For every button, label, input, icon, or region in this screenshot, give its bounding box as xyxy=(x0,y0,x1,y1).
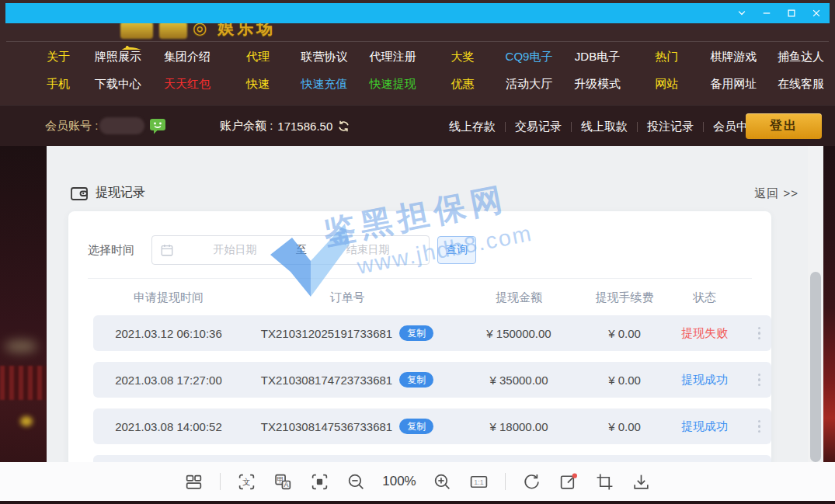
status-badge: 提现失败 xyxy=(662,326,747,341)
svg-text:1:1: 1:1 xyxy=(474,478,483,485)
app-window: ◎ 娱乐场 关于 牌照展示 集团介绍 代理 联营协议 代理注册 大奖 CQ9电子… xyxy=(0,0,835,504)
main-area: 提现记录 返回 >> 选择时间 开始日期 xyxy=(0,146,835,504)
nav-item-agent[interactable]: 代理 xyxy=(224,47,292,66)
link-online-deposit[interactable]: 线上存款 xyxy=(440,120,505,134)
row-menu-icon[interactable] xyxy=(747,327,771,340)
scrollbar-thumb[interactable] xyxy=(810,272,821,462)
page-title: 提现记录 xyxy=(96,185,145,201)
member-account-value-redacted xyxy=(99,117,144,134)
row-menu-icon[interactable] xyxy=(747,374,771,387)
nav-item-agent-signup[interactable]: 代理注册 xyxy=(357,47,429,66)
rotate-icon[interactable] xyxy=(521,471,542,492)
nav-item-hot[interactable]: 热门 xyxy=(633,47,701,66)
start-date-placeholder[interactable]: 开始日期 xyxy=(174,243,296,257)
date-range-separator: 至 xyxy=(296,243,307,257)
cell-order-no: TX210308174723733681 xyxy=(261,374,392,387)
nav-item-board-games[interactable]: 棋牌游戏 xyxy=(701,47,767,66)
nav-item-fast-withdraw[interactable]: 快速提现 xyxy=(357,75,429,93)
refresh-balance-icon[interactable] xyxy=(337,120,350,133)
balance-label: 账户余额 : xyxy=(220,119,273,134)
layout-panels-icon[interactable] xyxy=(183,471,204,492)
col-header-order-no: 订单号 xyxy=(244,290,451,305)
nav-item-website[interactable]: 网站 xyxy=(633,75,701,93)
copy-button[interactable]: 复制 xyxy=(399,419,433,434)
back-link[interactable]: 返回 >> xyxy=(754,186,798,201)
cell-amount: ¥ 18000.00 xyxy=(451,420,587,433)
nav-item-download[interactable]: 下载中心 xyxy=(85,75,151,93)
background-photo-right xyxy=(823,146,835,504)
nav-item-jdb[interactable]: JDB电子 xyxy=(562,47,633,66)
cell-amount: ¥ 35000.00 xyxy=(451,374,587,387)
site-header: ◎ 娱乐场 关于 牌照展示 集团介绍 代理 联营协议 代理注册 大奖 CQ9电子… xyxy=(0,23,835,105)
zoom-level[interactable]: 100% xyxy=(382,474,416,489)
cell-fee: ¥ 0.00 xyxy=(587,327,662,340)
zoom-in-icon[interactable] xyxy=(432,471,453,492)
table-row: 2021.03.08 17:27:00 TX210308174723733681… xyxy=(93,362,771,398)
zoom-out-icon[interactable] xyxy=(346,471,367,492)
calendar-icon xyxy=(160,243,174,257)
brand-logo-glyph xyxy=(120,23,153,39)
logout-button[interactable]: 登出 xyxy=(746,113,822,139)
nav-item-fast-deposit[interactable]: 快速充值 xyxy=(292,75,357,93)
col-header-status: 状态 xyxy=(662,290,747,305)
end-date-placeholder[interactable]: 结束日期 xyxy=(307,243,429,257)
search-button[interactable]: 查询 xyxy=(437,236,476,264)
nav-item-mobile[interactable]: 手机 xyxy=(31,75,85,93)
toolbar-divider xyxy=(505,473,506,490)
link-online-withdraw[interactable]: 线上取款 xyxy=(572,120,637,134)
nav-item-online-service[interactable]: 在线客服 xyxy=(767,75,835,93)
status-badge: 提现成功 xyxy=(662,419,747,434)
nav-item-about[interactable]: 关于 xyxy=(31,47,85,66)
maximize-icon[interactable] xyxy=(785,8,797,19)
window-titlebar xyxy=(5,3,830,23)
nav-row-1: 关于 牌照展示 集团介绍 代理 联营协议 代理注册 大奖 CQ9电子 JDB电子… xyxy=(31,47,835,66)
cell-time: 2021.03.12 06:10:36 xyxy=(93,327,244,340)
cell-time: 2021.03.08 17:27:00 xyxy=(93,374,244,387)
chat-icon[interactable] xyxy=(148,116,167,138)
nav-item-promo[interactable]: 优惠 xyxy=(429,75,496,93)
cell-fee: ¥ 0.00 xyxy=(587,374,662,387)
minimize-icon[interactable] xyxy=(760,8,772,19)
copy-button[interactable]: 复制 xyxy=(399,372,433,388)
background-photo-left xyxy=(0,146,47,504)
link-transactions[interactable]: 交易记录 xyxy=(506,120,571,134)
date-range-input[interactable]: 开始日期 至 结束日期 xyxy=(151,235,430,265)
brand-logo-glyph xyxy=(159,23,187,39)
nav-item-upgrade-mode[interactable]: 升级模式 xyxy=(562,75,633,93)
translate-icon[interactable]: 甲 A xyxy=(273,471,294,492)
copy-button[interactable]: 复制 xyxy=(399,325,433,341)
link-bet-records[interactable]: 投注记录 xyxy=(638,120,703,134)
toolbar-divider xyxy=(220,473,221,490)
actual-size-icon[interactable]: 1:1 xyxy=(468,471,489,492)
row-menu-icon[interactable] xyxy=(747,420,771,433)
table-row: 2021.03.12 06:10:36 TX210312025191733681… xyxy=(93,315,771,351)
col-header-apply-time: 申请提现时间 xyxy=(93,290,244,305)
fit-screen-icon[interactable] xyxy=(309,471,330,492)
table-row: 2021.03.08 14:00:52 TX210308147536733681… xyxy=(93,408,771,444)
account-links: 线上存款 交易记录 线上取款 投注记录 会员中心 xyxy=(440,114,769,139)
edit-icon[interactable] xyxy=(558,471,579,492)
download-icon[interactable] xyxy=(631,471,652,492)
scrollbar xyxy=(808,146,823,504)
table-header-row: 申请提现时间 订单号 提现金额 提现手续费 状态 xyxy=(93,284,771,311)
nav-item-jackpot[interactable]: 大奖 xyxy=(429,47,496,66)
nav-item-fishing[interactable]: 捕鱼达人 xyxy=(767,47,835,66)
status-badge: 提现成功 xyxy=(662,373,747,388)
nav-row-2: 手机 下载中心 天天红包 快速 快速充值 快速提现 优惠 活动大厅 升级模式 网… xyxy=(31,75,835,93)
nav-item-license[interactable]: 牌照展示 xyxy=(85,47,151,66)
crop-icon[interactable] xyxy=(594,471,615,492)
ocr-text-icon[interactable]: 文 xyxy=(236,471,257,492)
col-header-amount: 提现金额 xyxy=(451,290,587,305)
nav-item-activity-hall[interactable]: 活动大厅 xyxy=(496,75,562,93)
nav-item-backup-url[interactable]: 备用网址 xyxy=(701,75,767,93)
nav-item-alliance[interactable]: 联营协议 xyxy=(292,47,357,66)
cell-order-no: TX210308147536733681 xyxy=(261,420,392,433)
close-icon[interactable] xyxy=(810,8,822,19)
member-account-label: 会员账号 : xyxy=(45,119,98,134)
collapse-icon[interactable] xyxy=(736,8,747,19)
header-divider xyxy=(6,41,829,42)
nav-item-cq9[interactable]: CQ9电子 xyxy=(496,47,562,66)
nav-item-group-intro[interactable]: 集团介绍 xyxy=(151,47,224,66)
nav-item-fast[interactable]: 快速 xyxy=(224,75,292,93)
nav-item-red-packet[interactable]: 天天红包 xyxy=(151,75,224,93)
